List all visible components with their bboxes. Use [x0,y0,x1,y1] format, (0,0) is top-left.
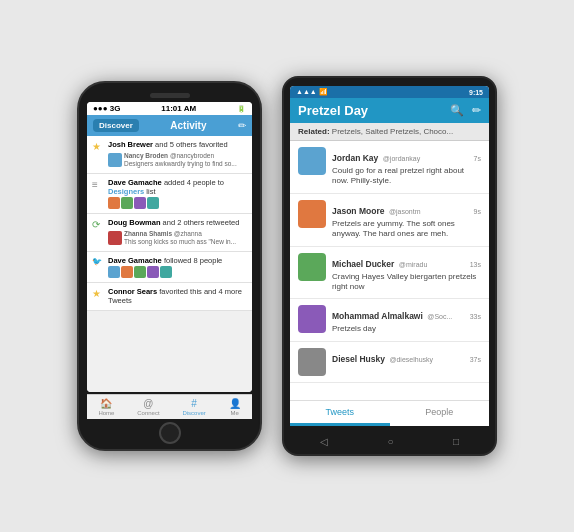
tweet-text: Pretzels day [332,324,481,334]
iphone-screen: ●●● 3G 11:01 AM 🔋 Discover Activity ✏ ★ [87,102,252,392]
back-button[interactable]: ◁ [320,436,328,447]
feed-sub: Zhanna Shamis @zhanna This song kicks so… [108,230,247,247]
iphone-top [87,93,252,98]
avatar [298,253,326,281]
tweet-text: Could go for a real pretzel right about … [332,166,481,187]
avatar [147,266,159,278]
feed-item-favorite[interactable]: ★ Josh Brewer and 5 others favorited Nan… [87,136,252,174]
feed-item-follow[interactable]: 🐦 Dave Gamache followed 8 people [87,252,252,283]
iphone-speaker [150,93,190,98]
tab-me-label: Me [230,410,238,416]
tweet-header: Mohammad Almalkawi @Soc... 33s [332,305,481,323]
tab-tweets[interactable]: Tweets [290,401,390,406]
tweet-content: Michael Ducker @miradu 13s Craving Hayes… [332,253,481,293]
list-icon: ≡ [92,179,104,190]
android-tweets: Jordan Kay @jordankay 7s Could go for a … [290,141,489,383]
avatar [298,348,326,376]
android-header: Pretzel Day 🔍 ✏ [290,98,489,123]
feed-title: Connor Sears favorited this and 4 more T… [108,287,247,307]
android-header-icons: 🔍 ✏ [450,104,481,117]
tweet-item[interactable]: Diesel Husky @dieselhusky 37s [290,342,489,383]
iphone-nav-title: Activity [143,120,234,131]
android-tab-bar: Tweets People [290,400,489,406]
avatar [134,197,146,209]
iphone-nav: Discover Activity ✏ [87,115,252,136]
android-screen: ▲▲▲ 📶 9:15 Pretzel Day 🔍 ✏ Related: Pret… [290,86,489,406]
tab-discover[interactable]: # Discover [182,398,205,416]
star-icon: ★ [92,288,104,299]
tweet-header: Michael Ducker @miradu 13s [332,253,481,271]
avatar [108,197,120,209]
avatar [108,153,122,167]
home-button[interactable]: ○ [387,436,393,447]
home-icon: 🏠 [100,398,112,409]
tab-home[interactable]: 🏠 Home [98,398,114,416]
search-icon[interactable]: 🔍 [450,104,464,117]
feed-sub-text: Designers awkwardly trying to find so... [124,160,237,168]
compose-icon[interactable]: ✏ [472,104,481,117]
retweet-icon: ⟳ [92,219,104,230]
tab-discover-label: Discover [182,410,205,416]
me-icon: 👤 [229,398,241,409]
menu-button[interactable]: □ [453,436,459,447]
tweet-item[interactable]: Michael Ducker @miradu 13s Craving Hayes… [290,247,489,300]
feed-content: Connor Sears favorited this and 4 more T… [108,287,247,307]
tweet-text: Craving Hayes Valley biergarten pretzels… [332,272,481,293]
feed-title: Dave Gamache followed 8 people [108,256,247,266]
iphone-status-bar: ●●● 3G 11:01 AM 🔋 [87,102,252,115]
feed-content: Dave Gamache followed 8 people [108,256,247,278]
feed-title: Dave Gamache added 4 people to Designers… [108,178,247,198]
iphone-signal: ●●● 3G [93,104,120,113]
tab-connect[interactable]: @ Connect [137,398,159,416]
android-status-bar: ▲▲▲ 📶 9:15 [290,86,489,98]
feed-content: Josh Brewer and 5 others favorited Nancy… [108,140,247,169]
android-nav-bar: ◁ ○ □ [290,434,489,449]
star-icon: ★ [92,141,104,152]
avatar [108,231,122,245]
connect-icon: @ [143,398,153,409]
feed-title: Doug Bowman and 2 others retweeted [108,218,247,228]
android-title: Pretzel Day [298,103,368,118]
tab-me[interactable]: 👤 Me [229,398,241,416]
tweet-content: Jordan Kay @jordankay 7s Could go for a … [332,147,481,187]
discover-icon: # [191,398,197,409]
tweet-text: Pretzels are yummy. The soft ones anyway… [332,219,481,240]
avatar [298,147,326,175]
android-related: Related: Pretzels, Salted Pretzels, Choc… [290,123,489,141]
feed-content: Dave Gamache added 4 people to Designers… [108,178,247,210]
tweet-content: Diesel Husky @dieselhusky 37s [332,348,481,376]
android-device: ▲▲▲ 📶 9:15 Pretzel Day 🔍 ✏ Related: Pret… [282,76,497,456]
iphone-feed: ★ Josh Brewer and 5 others favorited Nan… [87,136,252,392]
avatar [298,305,326,333]
tweet-item[interactable]: Jordan Kay @jordankay 7s Could go for a … [290,141,489,194]
feed-sub-name: Zhanna Shamis @zhanna [124,230,236,238]
iphone-tab-bar: 🏠 Home @ Connect # Discover 👤 Me [87,394,252,419]
avatar-group [108,266,247,278]
twitter-icon: 🐦 [92,257,104,266]
tweet-content: Jason Moore @jasontm 9s Pretzels are yum… [332,200,481,240]
discover-button[interactable]: Discover [93,119,139,132]
edit-icon[interactable]: ✏ [238,120,246,131]
avatar [298,200,326,228]
avatar [134,266,146,278]
iphone-time: 11:01 AM [161,104,196,113]
feed-item-list[interactable]: ≡ Dave Gamache added 4 people to Designe… [87,174,252,215]
feed-content: Doug Bowman and 2 others retweeted Zhann… [108,218,247,247]
tweet-item[interactable]: Jason Moore @jasontm 9s Pretzels are yum… [290,194,489,247]
feed-title: Josh Brewer and 5 others favorited [108,140,247,150]
avatar [160,266,172,278]
avatar [108,266,120,278]
tweet-item[interactable]: Mohammad Almalkawi @Soc... 33s Pretzels … [290,299,489,341]
iphone-battery: 🔋 [237,105,246,113]
iphone-device: ●●● 3G 11:01 AM 🔋 Discover Activity ✏ ★ [77,81,262,451]
feed-sub-name: Nancy Broden @nancybroden [124,152,237,160]
tab-people[interactable]: People [390,401,490,406]
tweet-content: Mohammad Almalkawi @Soc... 33s Pretzels … [332,305,481,334]
avatar [147,197,159,209]
iphone-home-button[interactable] [159,422,181,444]
android-signal: ▲▲▲ 📶 [296,88,328,96]
tweet-header: Jordan Kay @jordankay 7s [332,147,481,165]
feed-item-fav2[interactable]: ★ Connor Sears favorited this and 4 more… [87,283,252,312]
feed-sub: Nancy Broden @nancybroden Designers awkw… [108,152,247,169]
feed-item-retweet[interactable]: ⟳ Doug Bowman and 2 others retweeted Zha… [87,214,252,252]
